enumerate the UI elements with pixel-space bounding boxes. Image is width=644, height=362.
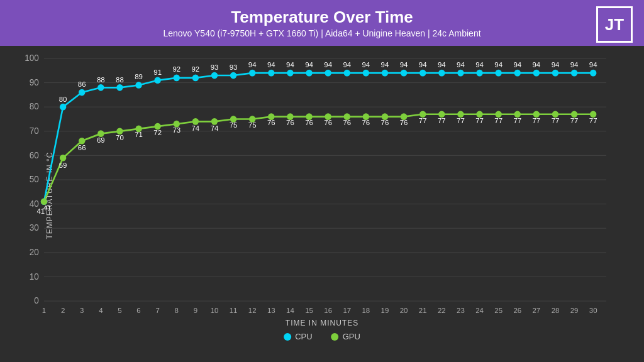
svg-point-80	[306, 70, 312, 77]
svg-text:8: 8	[175, 306, 179, 314]
svg-text:24: 24	[475, 306, 484, 314]
logo: JT	[596, 6, 633, 43]
svg-text:94: 94	[400, 60, 408, 69]
svg-text:77: 77	[513, 116, 521, 124]
chart-title: Temperature Over Time	[231, 8, 413, 27]
svg-text:91: 91	[153, 68, 162, 76]
svg-text:93: 93	[230, 63, 238, 71]
svg-text:0: 0	[34, 296, 39, 305]
svg-text:80: 80	[59, 94, 67, 102]
svg-point-112	[41, 198, 47, 205]
svg-point-100	[495, 70, 501, 77]
svg-point-58	[97, 84, 104, 91]
svg-text:94: 94	[267, 60, 275, 69]
svg-point-72	[230, 72, 236, 79]
svg-text:86: 86	[78, 80, 86, 88]
svg-text:94: 94	[343, 60, 351, 69]
svg-text:77: 77	[533, 116, 541, 124]
svg-text:30: 30	[589, 306, 597, 314]
svg-text:18: 18	[362, 306, 370, 314]
svg-text:92: 92	[192, 65, 200, 73]
svg-text:5: 5	[118, 306, 121, 314]
svg-text:77: 77	[475, 116, 484, 124]
svg-text:13: 13	[267, 306, 275, 314]
svg-point-86	[363, 70, 369, 77]
svg-text:94: 94	[533, 60, 541, 69]
svg-text:77: 77	[552, 116, 560, 124]
svg-text:26: 26	[513, 306, 521, 314]
svg-text:70: 70	[30, 126, 39, 136]
chart-svg: 0 10 20 30 40 50 60 70 80 90 100 1 2 3 4…	[44, 58, 606, 301]
svg-text:74: 74	[211, 124, 219, 132]
svg-point-78	[287, 70, 293, 77]
svg-text:94: 94	[286, 60, 294, 69]
svg-text:28: 28	[552, 306, 560, 314]
svg-text:27: 27	[533, 306, 541, 314]
svg-text:29: 29	[570, 306, 579, 314]
svg-text:75: 75	[248, 121, 257, 129]
svg-text:94: 94	[457, 60, 465, 69]
svg-point-88	[382, 70, 388, 77]
svg-text:94: 94	[419, 60, 427, 69]
svg-point-102	[514, 70, 521, 77]
svg-text:6: 6	[136, 306, 140, 314]
gpu-legend-label: GPU	[343, 332, 360, 341]
cpu-line	[44, 73, 593, 202]
svg-text:50: 50	[30, 175, 39, 184]
svg-text:94: 94	[305, 60, 313, 69]
svg-text:4: 4	[99, 306, 103, 314]
svg-text:77: 77	[419, 116, 427, 124]
svg-text:74: 74	[192, 124, 200, 132]
svg-point-90	[401, 70, 407, 77]
svg-text:10: 10	[211, 306, 219, 314]
svg-point-84	[344, 70, 350, 77]
x-axis-label: TIME IN MINUTES	[286, 319, 358, 327]
svg-text:94: 94	[513, 60, 521, 69]
svg-point-54	[60, 104, 66, 111]
svg-text:17: 17	[343, 306, 351, 314]
svg-text:11: 11	[230, 306, 238, 314]
svg-text:59: 59	[59, 161, 67, 169]
svg-text:70: 70	[116, 133, 124, 141]
svg-text:3: 3	[80, 306, 84, 314]
svg-text:20: 20	[400, 306, 408, 314]
svg-text:77: 77	[438, 116, 446, 124]
svg-text:80: 80	[30, 102, 39, 111]
svg-text:1: 1	[42, 306, 46, 314]
gpu-legend-dot	[331, 333, 339, 341]
svg-point-92	[419, 70, 426, 77]
svg-text:73: 73	[172, 126, 180, 134]
svg-text:77: 77	[570, 116, 579, 124]
legend-cpu: CPU	[284, 332, 312, 341]
svg-text:94: 94	[438, 60, 446, 69]
svg-text:90: 90	[30, 78, 39, 87]
svg-point-66	[174, 75, 180, 82]
svg-point-94	[438, 70, 445, 77]
cpu-legend-label: CPU	[295, 332, 312, 341]
svg-text:76: 76	[267, 118, 275, 126]
svg-text:77: 77	[457, 116, 465, 124]
svg-text:10: 10	[30, 272, 39, 282]
chart-inner: 0 10 20 30 40 50 60 70 80 90 100 1 2 3 4…	[44, 58, 606, 301]
svg-point-56	[79, 89, 85, 96]
svg-text:20: 20	[30, 248, 39, 257]
svg-text:2: 2	[61, 306, 65, 314]
svg-text:76: 76	[400, 118, 408, 126]
svg-point-108	[571, 70, 577, 77]
svg-text:30: 30	[30, 223, 39, 233]
svg-text:15: 15	[305, 306, 313, 314]
svg-text:76: 76	[381, 118, 389, 126]
svg-text:12: 12	[248, 306, 257, 314]
svg-text:22: 22	[438, 306, 446, 314]
svg-text:94: 94	[494, 60, 502, 69]
svg-text:77: 77	[589, 116, 597, 124]
svg-text:76: 76	[286, 118, 294, 126]
legend: CPU GPU	[284, 332, 360, 341]
svg-text:94: 94	[362, 60, 370, 69]
svg-text:88: 88	[97, 75, 105, 83]
svg-text:88: 88	[116, 75, 124, 83]
svg-text:23: 23	[457, 306, 465, 314]
svg-text:89: 89	[135, 72, 143, 80]
svg-point-70	[211, 72, 218, 79]
svg-text:14: 14	[286, 306, 294, 314]
